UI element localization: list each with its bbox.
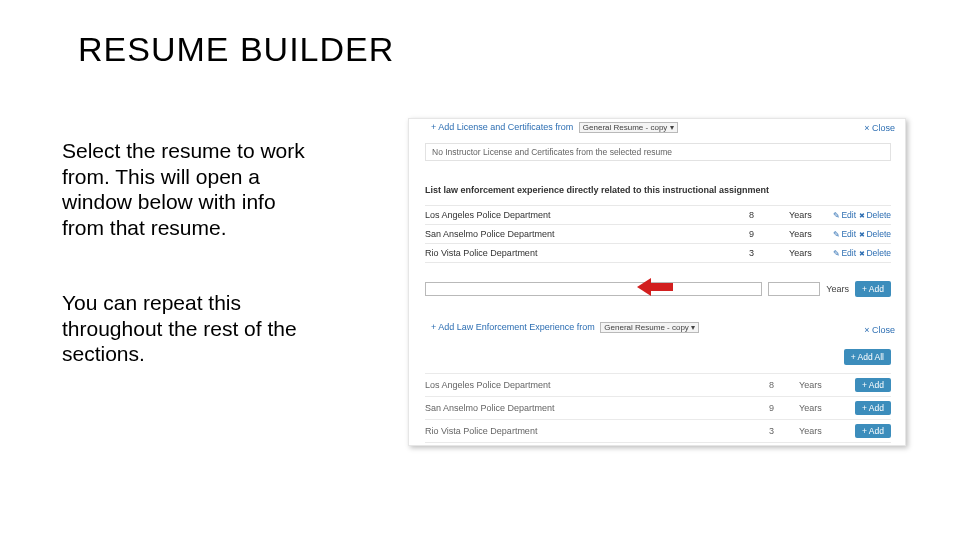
resume-select-bottom[interactable]: General Resume - copy ▾ — [600, 322, 699, 333]
years-value: 9 — [749, 229, 789, 239]
app-screenshot: × Close + Add License and Certificates f… — [408, 118, 906, 446]
dept-name: San Anselmo Police Department — [425, 229, 749, 239]
years-value: 3 — [769, 426, 799, 436]
table-row: Rio Vista Police Department 3 Years + Ad… — [425, 419, 891, 443]
add-small-button[interactable]: + Add — [855, 401, 891, 415]
source-experience-table: Los Angeles Police Department 8 Years + … — [425, 373, 891, 443]
close-link-bottom[interactable]: × Close — [864, 325, 895, 335]
add-license-label: + Add License and Certificates from — [431, 122, 573, 132]
years-input[interactable] — [768, 282, 820, 296]
edit-label: Edit — [841, 229, 856, 239]
add-license-link[interactable]: + Add License and Certificates from Gene… — [431, 122, 678, 133]
years-unit: Years — [799, 426, 855, 436]
table-row: Los Angeles Police Department 8 Years Ed… — [425, 205, 891, 224]
years-unit: Years — [789, 229, 825, 239]
delete-link[interactable]: Delete — [858, 210, 891, 220]
add-all-button[interactable]: + Add All — [844, 349, 891, 365]
edit-link[interactable]: Edit — [833, 229, 856, 239]
delete-icon — [858, 229, 865, 236]
add-law-label: + Add Law Enforcement Experience from — [431, 322, 595, 332]
edit-link[interactable]: Edit — [833, 248, 856, 258]
delete-link[interactable]: Delete — [858, 248, 891, 258]
years-value: 8 — [769, 380, 799, 390]
table-row: San Anselmo Police Department 9 Years Ed… — [425, 224, 891, 243]
add-small-button[interactable]: + Add — [855, 424, 891, 438]
years-unit: Years — [799, 403, 855, 413]
table-row: Los Angeles Police Department 8 Years + … — [425, 373, 891, 396]
edit-link[interactable]: Edit — [833, 210, 856, 220]
delete-label: Delete — [866, 248, 891, 258]
edit-label: Edit — [841, 248, 856, 258]
delete-icon — [858, 248, 865, 255]
dept-name: San Anselmo Police Department — [425, 403, 769, 413]
delete-link[interactable]: Delete — [858, 229, 891, 239]
delete-label: Delete — [866, 210, 891, 220]
years-value: 9 — [769, 403, 799, 413]
paragraph-1: Select the resume to work from. This wil… — [62, 138, 322, 240]
no-instructor-box: No Instructor License and Certificates f… — [425, 143, 891, 161]
section-instruction: List law enforcement experience directly… — [425, 185, 769, 195]
dept-name: Rio Vista Police Department — [425, 248, 749, 258]
edit-label: Edit — [841, 210, 856, 220]
pencil-icon — [833, 248, 840, 255]
table-row: San Anselmo Police Department 9 Years + … — [425, 396, 891, 419]
years-unit: Years — [799, 380, 855, 390]
delete-label: Delete — [866, 229, 891, 239]
resume-select-top[interactable]: General Resume - copy ▾ — [579, 122, 678, 133]
add-button[interactable]: + Add — [855, 281, 891, 297]
dept-name: Los Angeles Police Department — [425, 210, 749, 220]
dept-name: Rio Vista Police Department — [425, 426, 769, 436]
paragraph-2: You can repeat this throughout the rest … — [62, 290, 322, 367]
years-unit: Years — [789, 210, 825, 220]
close-link-top[interactable]: × Close — [864, 123, 895, 133]
pencil-icon — [833, 229, 840, 236]
table-row: Rio Vista Police Department 3 Years Edit… — [425, 243, 891, 263]
slide-title: RESUME BUILDER — [78, 30, 394, 69]
red-arrow-icon — [637, 278, 673, 296]
add-small-button[interactable]: + Add — [855, 378, 891, 392]
years-value: 8 — [749, 210, 789, 220]
dept-name: Los Angeles Police Department — [425, 380, 769, 390]
slide: RESUME BUILDER Select the resume to work… — [0, 0, 960, 540]
years-value: 3 — [749, 248, 789, 258]
add-law-exp-link[interactable]: + Add Law Enforcement Experience from Ge… — [431, 322, 699, 333]
delete-icon — [858, 210, 865, 217]
years-label: Years — [826, 284, 849, 294]
dept-name-input[interactable] — [425, 282, 762, 296]
years-unit: Years — [789, 248, 825, 258]
pencil-icon — [833, 210, 840, 217]
experience-table: Los Angeles Police Department 8 Years Ed… — [425, 205, 891, 263]
